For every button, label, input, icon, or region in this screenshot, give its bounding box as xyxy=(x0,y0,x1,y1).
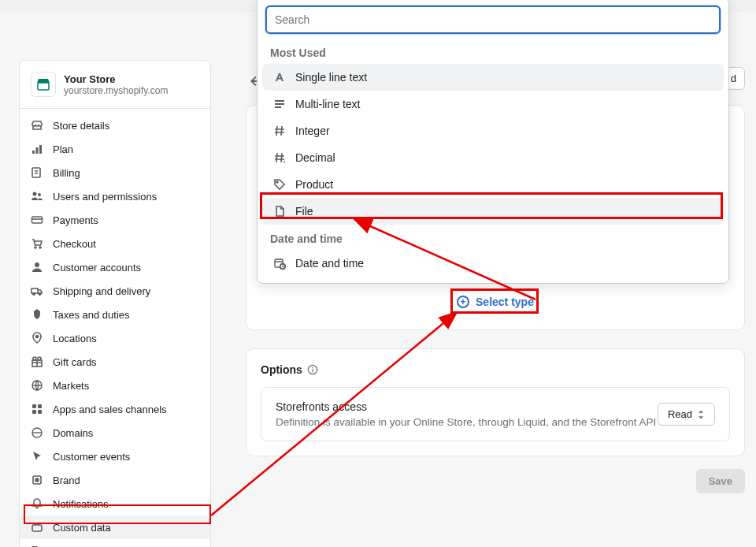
sidebar-item-store-details[interactable]: Store details xyxy=(20,113,210,137)
sidebar-item-label: Checkout xyxy=(53,238,96,250)
custom-data-icon xyxy=(31,521,43,534)
options-card: Options Storefronts access Definition is… xyxy=(246,348,745,456)
dropdown-item-label: Integer xyxy=(295,125,330,137)
storefront-access-desc: Definition is available in your Online S… xyxy=(276,416,656,428)
svg-point-12 xyxy=(33,293,35,296)
dropdown-group-most-used: Most Used xyxy=(262,39,724,64)
sidebar-item-locations[interactable]: Locations xyxy=(20,326,210,350)
sidebar-item-label: Customer accounts xyxy=(53,262,141,274)
person-icon xyxy=(31,261,43,274)
store-icon xyxy=(31,119,43,132)
tag-icon xyxy=(273,178,286,191)
sidebar-item-label: Markets xyxy=(53,380,89,392)
sidebar-item-custom-data[interactable]: Custom data xyxy=(20,515,210,539)
sidebar-item-label: Locations xyxy=(53,333,97,344)
svg-rect-19 xyxy=(32,410,36,414)
storefront-access-title: Storefronts access xyxy=(276,400,656,413)
hash-icon xyxy=(273,125,286,137)
bell-icon xyxy=(31,497,43,510)
sidebar-item-notifications[interactable]: Notifications xyxy=(20,492,210,515)
options-title: Options xyxy=(261,363,302,376)
sidebar-item-label: Plan xyxy=(53,143,73,155)
info-icon xyxy=(307,364,318,375)
dropdown-item-label: Single line text xyxy=(295,71,367,84)
dropdown-item-label: Multi-line text xyxy=(295,98,360,110)
hash-dot-icon xyxy=(273,151,286,164)
type-dropdown: Most Used Single line text Multi-line te… xyxy=(257,0,729,284)
plan-icon xyxy=(31,143,43,155)
calendar-clock-icon xyxy=(273,257,286,270)
sidebar-item-customer-events[interactable]: Customer events xyxy=(20,445,210,468)
truck-icon xyxy=(31,285,43,297)
svg-rect-3 xyxy=(39,145,42,154)
save-button[interactable]: Save xyxy=(696,469,745,493)
svg-rect-4 xyxy=(32,168,40,177)
cursor-icon xyxy=(31,450,43,463)
dropdown-item-decimal[interactable]: Decimal xyxy=(262,144,724,171)
users-icon xyxy=(31,190,43,203)
billing-icon xyxy=(31,166,43,179)
svg-point-14 xyxy=(36,336,39,338)
dropdown-item-multi-line-text[interactable]: Multi-line text xyxy=(262,91,724,117)
svg-rect-11 xyxy=(32,288,38,293)
sidebar-item-apps[interactable]: Apps and sales channels xyxy=(20,397,210,421)
dropdown-item-label: Product xyxy=(295,178,333,191)
svg-point-5 xyxy=(33,192,37,196)
dropdown-item-file[interactable]: File xyxy=(262,198,724,225)
svg-point-30 xyxy=(284,162,285,163)
domains-icon xyxy=(31,426,43,439)
sidebar-item-checkout[interactable]: Checkout xyxy=(20,232,210,255)
plus-circle-icon: + xyxy=(457,296,469,308)
sidebar-item-label: Apps and sales channels xyxy=(53,404,167,415)
svg-point-10 xyxy=(35,262,39,267)
svg-rect-18 xyxy=(38,404,42,408)
store-logo-icon xyxy=(31,72,56,97)
file-icon xyxy=(273,205,286,218)
sidebar-item-billing[interactable]: Billing xyxy=(20,161,210,184)
dropdown-item-integer[interactable]: Integer xyxy=(262,117,724,144)
dropdown-search-input[interactable] xyxy=(265,6,721,34)
svg-rect-20 xyxy=(38,410,42,414)
sidebar-item-shipping[interactable]: Shipping and delivery xyxy=(20,279,210,303)
sidebar-item-label: Taxes and duties xyxy=(53,309,130,321)
store-header: Your Store yourstore.myshopify.com xyxy=(20,61,210,108)
sidebar-item-payments[interactable]: Payments xyxy=(20,208,210,232)
sidebar-item-brand[interactable]: Brand xyxy=(20,468,210,492)
dropdown-group-date-time: Date and time xyxy=(262,225,724,250)
sidebar-item-languages[interactable]: A文Languages xyxy=(20,539,210,547)
sidebar-item-domains[interactable]: Domains xyxy=(20,421,210,445)
sidebar-item-label: Notifications xyxy=(53,498,109,510)
select-type-label: Select type xyxy=(476,296,534,308)
dropdown-item-single-line-text[interactable]: Single line text xyxy=(262,64,724,91)
dropdown-body[interactable]: Most Used Single line text Multi-line te… xyxy=(258,39,728,283)
sidebar-item-gift-cards[interactable]: Gift cards xyxy=(20,350,210,374)
read-label: Read xyxy=(668,408,692,420)
dropdown-item-product[interactable]: Product xyxy=(262,171,724,198)
svg-rect-1 xyxy=(32,151,35,154)
svg-rect-24 xyxy=(32,525,42,531)
discard-label: d xyxy=(731,73,736,84)
sidebar-item-customer-accounts[interactable]: Customer accounts xyxy=(20,255,210,279)
read-access-button[interactable]: Read xyxy=(658,403,715,426)
sidebar-item-label: Brand xyxy=(53,474,80,486)
sidebar-item-label: Custom data xyxy=(53,522,111,534)
sidebar-item-markets[interactable]: Markets xyxy=(20,374,210,397)
dropdown-item-label: Decimal xyxy=(295,151,335,164)
settings-sidebar: Your Store yourstore.myshopify.com Store… xyxy=(19,60,211,547)
dropdown-item-date-and-time[interactable]: Date and time xyxy=(262,250,724,277)
sidebar-item-taxes[interactable]: Taxes and duties xyxy=(20,303,210,326)
sidebar-item-users[interactable]: Users and permissions xyxy=(20,184,210,208)
sidebar-item-label: Billing xyxy=(53,167,80,179)
sidebar-item-plan[interactable]: Plan xyxy=(20,137,210,161)
brand-icon xyxy=(31,474,43,486)
text-icon xyxy=(273,71,286,84)
globe-icon xyxy=(31,379,43,392)
svg-rect-2 xyxy=(36,147,39,154)
storefront-access-row: Storefronts access Definition is availab… xyxy=(261,387,730,441)
sidebar-item-label: Domains xyxy=(53,427,93,439)
svg-point-13 xyxy=(39,293,41,296)
svg-point-8 xyxy=(35,247,36,248)
dropdown-item-label: Date and time xyxy=(295,257,364,270)
lines-icon xyxy=(273,98,286,110)
select-type-button[interactable]: + Select type xyxy=(457,296,534,308)
